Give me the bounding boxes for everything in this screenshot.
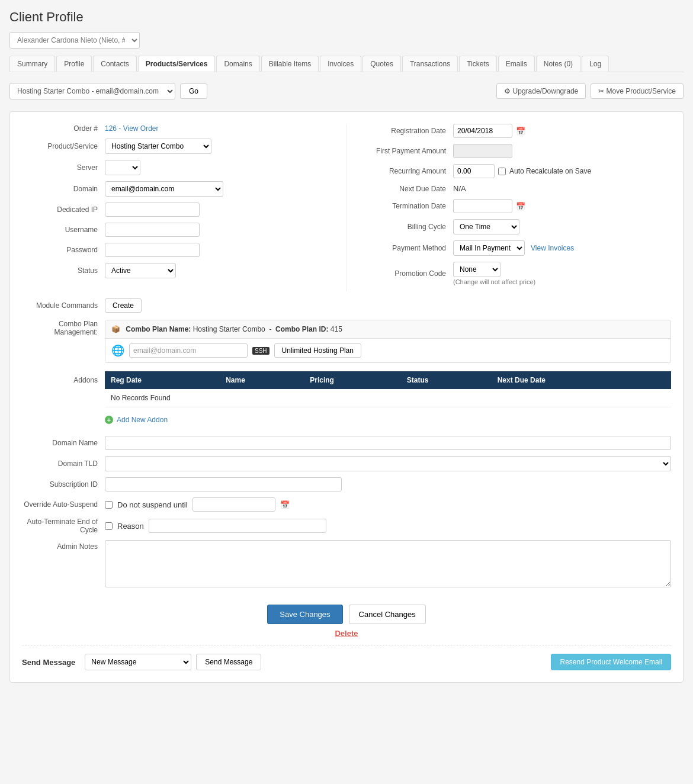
upgrade-downgrade-button[interactable]: ⚙ Upgrade/Downgrade <box>496 83 586 99</box>
override-auto-suspend-row: Override Auto-Suspend Do not suspend unt… <box>22 497 671 512</box>
do-not-suspend-input[interactable] <box>192 497 275 512</box>
product-service-select[interactable]: Hosting Starter Combo <box>105 139 211 154</box>
payment-method-select[interactable]: Mail In Payment Credit Card PayPal <box>453 240 525 256</box>
username-input[interactable] <box>105 223 200 237</box>
module-commands-label: Module Commands <box>22 301 105 310</box>
billing-cycle-control: One Time Monthly Quarterly Semi-Annually… <box>453 219 671 234</box>
status-select[interactable]: Active Suspended Terminated Cancelled Pe… <box>105 263 176 278</box>
promo-select[interactable]: None <box>453 262 500 277</box>
dedicated-ip-row: Dedicated IP <box>22 203 334 217</box>
billing-cycle-select[interactable]: One Time Monthly Quarterly Semi-Annually… <box>453 219 519 234</box>
order-value: 126 - View Order <box>105 124 334 133</box>
first-payment-row: First Payment Amount <box>358 144 671 158</box>
domain-label: Domain <box>22 185 105 193</box>
promotion-code-row: Promotion Code None (Change will not aff… <box>358 262 671 285</box>
combo-plan-header: 📦 Combo Plan Name: Hosting Starter Combo… <box>105 320 670 339</box>
go-button[interactable]: Go <box>180 83 207 99</box>
save-button[interactable]: Save Changes <box>267 605 342 624</box>
termination-date-input[interactable] <box>453 199 512 213</box>
domain-name-control <box>105 436 671 450</box>
domain-name-input[interactable] <box>105 436 671 450</box>
domain-tld-row: Domain TLD <box>22 456 671 471</box>
view-invoices-link[interactable]: View Invoices <box>531 244 574 252</box>
order-link[interactable]: 126 - View Order <box>105 124 159 133</box>
product-service-label: Product/Service <box>22 142 105 150</box>
send-message-label: Send Message <box>22 658 75 667</box>
calendar-icon[interactable]: 📅 <box>516 127 525 136</box>
combo-ssh-icon: SSH <box>252 347 270 355</box>
reason-input[interactable] <box>149 519 326 533</box>
domain-tld-select[interactable] <box>105 456 671 471</box>
tab-invoices[interactable]: Invoices <box>320 56 361 72</box>
tab-quotes[interactable]: Quotes <box>362 56 401 72</box>
dedicated-ip-input[interactable] <box>105 203 200 217</box>
reason-label: Reason <box>117 522 144 531</box>
addons-table: Reg Date Name Pricing Status Next Due Da… <box>105 371 671 407</box>
add-addon-button[interactable]: + Add New Addon <box>105 412 671 428</box>
client-select[interactable]: Alexander Cardona Nieto (Nieto, #1) <box>9 32 140 49</box>
combo-domain-icon: 🌐 <box>111 344 124 357</box>
registration-date-input[interactable] <box>453 124 512 138</box>
tab-emails[interactable]: Emails <box>498 56 535 72</box>
domain-name-row: Domain Name <box>22 436 671 450</box>
add-addon-icon: + <box>105 416 113 424</box>
combo-domain-input[interactable] <box>129 343 248 358</box>
module-commands-section: Module Commands Create <box>22 298 671 313</box>
tab-billable-items[interactable]: Billable Items <box>261 56 319 72</box>
billing-cycle-label: Billing Cycle <box>358 223 453 231</box>
delete-section: Delete <box>22 629 671 638</box>
cancel-button[interactable]: Cancel Changes <box>349 605 426 624</box>
first-payment-input[interactable] <box>453 144 512 158</box>
admin-notes-textarea[interactable] <box>105 540 671 587</box>
next-due-date-control: N/A <box>453 184 671 193</box>
tab-domains[interactable]: Domains <box>216 56 259 72</box>
product-select[interactable]: Hosting Starter Combo - email@domain.com <box>9 83 175 99</box>
override-auto-suspend-checkbox[interactable] <box>105 501 113 509</box>
registration-date-control: 📅 <box>453 124 671 138</box>
tab-transactions[interactable]: Transactions <box>402 56 458 72</box>
username-control <box>105 223 334 237</box>
combo-plan-icon: 📦 <box>111 325 120 333</box>
move-product-button[interactable]: ✂ Move Product/Service <box>591 83 684 99</box>
admin-notes-label: Admin Notes <box>22 542 105 551</box>
domain-control: email@domain.com <box>105 181 334 197</box>
tab-notes[interactable]: Notes (0) <box>536 56 580 72</box>
override-auto-suspend-control: Do not suspend until 📅 <box>105 497 290 512</box>
dedicated-ip-control <box>105 203 334 217</box>
tab-contacts[interactable]: Contacts <box>93 56 136 72</box>
delete-link[interactable]: Delete <box>22 629 671 638</box>
first-payment-label: First Payment Amount <box>358 147 453 155</box>
th-name: Name <box>220 371 304 389</box>
create-button[interactable]: Create <box>105 298 142 313</box>
auto-terminate-checkbox[interactable] <box>105 522 113 530</box>
termination-calendar-icon[interactable]: 📅 <box>516 202 525 211</box>
server-control <box>105 160 334 175</box>
send-message-select[interactable]: New Message <box>85 654 191 670</box>
tab-products-services[interactable]: Products/Services <box>138 56 216 72</box>
tab-profile[interactable]: Profile <box>56 56 92 72</box>
tab-summary[interactable]: Summary <box>9 56 55 72</box>
subscription-id-input[interactable] <box>105 477 342 491</box>
auto-recalculate-checkbox[interactable] <box>498 168 506 175</box>
unlimited-hosting-button[interactable]: Unlimited Hosting Plan <box>274 343 361 358</box>
subscription-id-control <box>105 477 342 491</box>
auto-terminate-label: Auto-Terminate End of Cycle <box>22 518 105 534</box>
do-not-suspend-calendar-icon[interactable]: 📅 <box>280 500 290 509</box>
recurring-row: Recurring Amount Auto Recalculate on Sav… <box>358 164 671 178</box>
product-service-control: Hosting Starter Combo <box>105 139 334 154</box>
resend-welcome-email-button[interactable]: Resend Product Welcome Email <box>551 654 671 670</box>
termination-date-control: 📅 <box>453 199 671 213</box>
order-row: Order # 126 - View Order <box>22 124 334 133</box>
recurring-input[interactable] <box>453 164 495 178</box>
send-message-button[interactable]: Send Message <box>196 654 261 670</box>
combo-plan-row: 🌐 SSH Unlimited Hosting Plan <box>105 339 670 362</box>
domain-select[interactable]: email@domain.com <box>105 181 223 197</box>
domain-row: Domain email@domain.com <box>22 181 334 197</box>
th-actions <box>653 371 671 389</box>
server-select[interactable] <box>105 160 140 175</box>
tab-tickets[interactable]: Tickets <box>459 56 497 72</box>
payment-method-control: Mail In Payment Credit Card PayPal View … <box>453 240 671 256</box>
tab-log[interactable]: Log <box>582 56 609 72</box>
password-input[interactable] <box>105 243 200 257</box>
admin-notes-control <box>105 540 671 589</box>
